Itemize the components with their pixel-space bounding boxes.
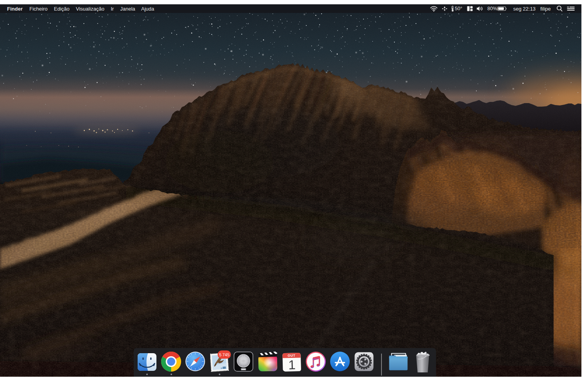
svg-text:OUT: OUT bbox=[288, 354, 296, 358]
svg-text:1: 1 bbox=[288, 358, 296, 372]
